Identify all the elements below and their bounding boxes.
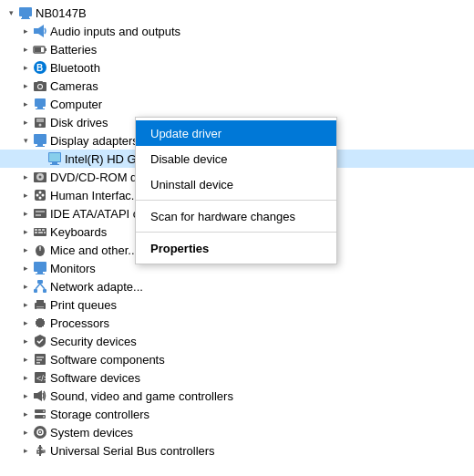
display2-icon [47, 151, 62, 166]
svg-rect-37 [36, 214, 41, 216]
svg-rect-21 [37, 144, 43, 146]
chevron-computer [18, 97, 33, 111]
svg-marker-81 [37, 445, 43, 449]
svg-rect-7 [35, 47, 41, 52]
tree-item-label-usb: Universal Serial Bus controllers [50, 444, 474, 458]
chevron-keyboards [18, 224, 33, 239]
disk-icon [33, 115, 47, 129]
svg-rect-20 [34, 134, 46, 144]
chevron-softwarecomponents [18, 352, 33, 367]
svg-rect-42 [35, 232, 37, 233]
chevron-systemdevices [18, 425, 33, 440]
tree-item-systemdevices[interactable]: System devices [0, 423, 474, 441]
svg-point-19 [39, 124, 42, 127]
tree-item-securitydevices[interactable]: Security devices [0, 332, 474, 350]
svg-rect-43 [38, 232, 43, 233]
tree-item-networkadapters[interactable]: Network adapte... [0, 277, 474, 295]
network-icon [33, 279, 47, 294]
menu-item-uninstall[interactable]: Uninstall device [136, 171, 336, 197]
tree-item-softwaredevices[interactable]: </>Software devices [0, 368, 474, 387]
chevron-root [4, 5, 18, 20]
keyboard-icon [33, 224, 47, 239]
svg-rect-6 [45, 48, 46, 51]
software2-icon: </> [33, 370, 47, 385]
svg-line-55 [40, 284, 45, 289]
camera-icon [33, 78, 47, 93]
svg-rect-14 [35, 98, 46, 107]
cpu-icon [33, 316, 47, 330]
svg-point-47 [39, 247, 41, 249]
svg-rect-40 [38, 229, 41, 231]
svg-rect-63 [38, 318, 42, 319]
tree-item-processors[interactable]: Processors [0, 314, 474, 332]
menu-item-scan[interactable]: Scan for hardware changes [136, 203, 336, 229]
svg-rect-36 [36, 211, 45, 212]
tree-item-printqueues[interactable]: Print queues [0, 295, 474, 314]
svg-rect-49 [37, 272, 43, 274]
tree-item-storagecontrollers[interactable]: Storage controllers [0, 405, 474, 423]
chevron-cameras [18, 78, 33, 93]
svg-rect-52 [34, 289, 37, 293]
svg-point-79 [39, 431, 41, 433]
svg-rect-56 [35, 303, 46, 309]
svg-marker-4 [38, 25, 44, 37]
chevron-batteries [18, 42, 33, 57]
svg-rect-41 [42, 229, 45, 231]
svg-marker-72 [37, 390, 42, 401]
chevron-processors [18, 316, 33, 330]
svg-rect-2 [21, 18, 30, 19]
svg-rect-59 [36, 308, 44, 309]
tree-item-usb[interactable]: Universal Serial Bus controllers [0, 441, 474, 460]
svg-rect-50 [36, 274, 45, 274]
computer2-icon [33, 97, 47, 111]
svg-point-76 [43, 416, 45, 418]
svg-rect-22 [36, 146, 45, 147]
tree-item-bluetooth[interactable]: BBluetooth [0, 58, 474, 77]
chevron-diskdrives [18, 115, 33, 129]
menu-item-update[interactable]: Update driver [136, 120, 336, 146]
chevron-securitydevices [18, 334, 33, 348]
chevron-audio [18, 24, 33, 38]
tree-item-audio[interactable]: Audio inputs and outputs [0, 22, 474, 40]
svg-rect-71 [34, 393, 37, 398]
tree-item-label-audio: Audio inputs and outputs [50, 25, 474, 38]
tree-item-label-softwarecomponents: Software components [50, 353, 474, 367]
svg-rect-68 [36, 362, 40, 364]
svg-line-54 [36, 284, 40, 289]
printer-icon [33, 297, 47, 312]
tree-item-label-processors: Processors [50, 316, 474, 330]
storage-icon [33, 407, 47, 421]
svg-rect-16 [36, 109, 45, 109]
tree-item-label-softwaredevices: Software devices [50, 371, 474, 385]
tree-item-label-bluetooth: Bluetooth [50, 61, 474, 75]
software-icon [33, 352, 47, 367]
svg-rect-13 [37, 81, 43, 83]
svg-rect-25 [52, 162, 57, 164]
svg-rect-57 [36, 300, 44, 304]
tree-item-batteries[interactable]: Batteries [0, 40, 474, 58]
tree-item-root[interactable]: NB0147B [0, 4, 474, 22]
tree-item-computer[interactable]: Computer [0, 95, 474, 113]
svg-point-75 [43, 410, 45, 412]
tree-item-label-computer: Computer [50, 98, 474, 111]
tree-item-soundvideo[interactable]: Sound, video and game controllers [0, 387, 474, 405]
svg-text:B: B [36, 63, 43, 73]
bluetooth-icon: B [33, 60, 47, 75]
svg-rect-44 [44, 232, 46, 233]
tree-item-label-cameras: Cameras [50, 79, 474, 93]
tree-item-cameras[interactable]: Cameras [0, 77, 474, 95]
svg-rect-66 [36, 357, 44, 358]
menu-separator [136, 200, 336, 201]
chevron-intelhd [33, 151, 47, 166]
menu-item-disable[interactable]: Disable device [136, 146, 336, 171]
svg-text:</>: </> [36, 374, 47, 383]
tree-item-label-root: NB0147B [36, 6, 474, 20]
chevron-humaninterface [18, 188, 33, 202]
menu-item-properties[interactable]: Properties [136, 235, 336, 261]
audio-icon [33, 24, 47, 38]
monitor-icon [33, 261, 47, 275]
svg-rect-24 [49, 153, 60, 161]
tree-item-softwarecomponents[interactable]: Software components [0, 350, 474, 368]
chevron-storagecontrollers [18, 407, 33, 421]
svg-point-29 [39, 176, 42, 179]
